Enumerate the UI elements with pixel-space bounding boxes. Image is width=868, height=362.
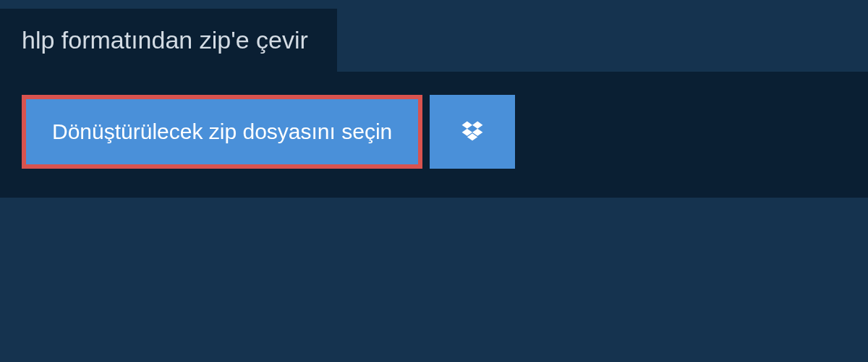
- header-tab: hlp formatından zip'e çevir: [0, 9, 337, 72]
- page-title: hlp formatından zip'e çevir: [22, 26, 308, 54]
- button-row: Dönüştürülecek zip dosyasını seçin: [22, 95, 846, 169]
- dropbox-icon: [459, 119, 485, 145]
- main-panel: Dönüştürülecek zip dosyasını seçin: [0, 72, 868, 198]
- select-file-label: Dönüştürülecek zip dosyasını seçin: [52, 119, 392, 144]
- dropbox-button[interactable]: [430, 95, 515, 169]
- select-file-button[interactable]: Dönüştürülecek zip dosyasını seçin: [22, 95, 422, 169]
